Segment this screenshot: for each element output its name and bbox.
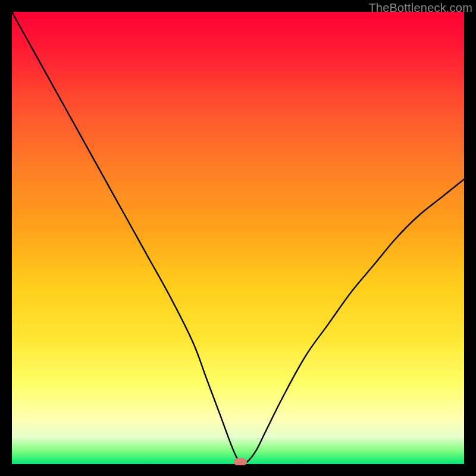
optimal-marker xyxy=(234,458,247,465)
curve-path xyxy=(12,12,464,464)
plot-area xyxy=(12,12,464,464)
chart-frame: TheBottleneck.com xyxy=(0,0,476,476)
watermark-text: TheBottleneck.com xyxy=(368,1,472,15)
bottleneck-curve xyxy=(12,12,464,464)
